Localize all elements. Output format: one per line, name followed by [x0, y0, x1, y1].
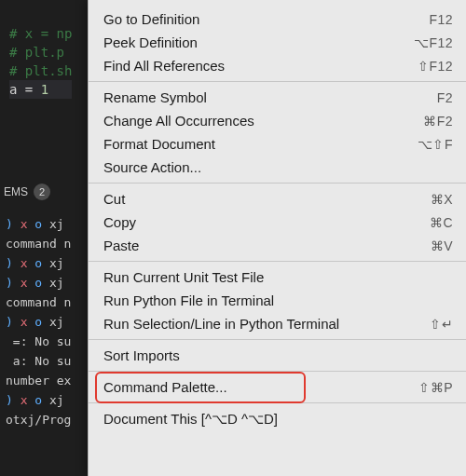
menu-item-label: Run Selection/Line in Python Terminal — [103, 316, 430, 332]
menu-item-command-palette[interactable]: Command Palette... ⇧⌘P — [89, 375, 466, 399]
menu-item-rename-symbol[interactable]: Rename Symbol F2 — [89, 86, 466, 109]
menu-item-label: Change All Occurrences — [103, 113, 423, 129]
menu-item-shortcut: ⌥⇧F — [418, 137, 453, 152]
menu-item-change-all-occurrences[interactable]: Change All Occurrences ⌘F2 — [89, 109, 466, 132]
menu-item-label: Go to Definition — [103, 11, 429, 27]
menu-separator — [89, 339, 466, 340]
code-line: # plt.p — [9, 43, 72, 61]
menu-item-label: Document This [^⌥D ^⌥D] — [103, 411, 453, 428]
menu-item-shortcut: ⌘C — [430, 215, 453, 230]
menu-separator — [89, 371, 466, 372]
menu-item-sort-imports[interactable]: Sort Imports — [89, 344, 466, 367]
menu-item-cut[interactable]: Cut ⌘X — [89, 187, 466, 211]
menu-item-format-document[interactable]: Format Document ⌥⇧F — [89, 132, 466, 156]
menu-item-paste[interactable]: Paste ⌘V — [89, 234, 466, 257]
menu-item-copy[interactable]: Copy ⌘C — [89, 211, 466, 234]
problems-count-badge: 2 — [34, 184, 50, 200]
menu-item-label: Format Document — [103, 136, 418, 152]
menu-item-label: Sort Imports — [103, 347, 453, 363]
context-menu: Go to Definition F12 Peek Definition ⌥F1… — [88, 0, 466, 476]
problems-tab[interactable]: EMS 2 — [0, 183, 50, 201]
menu-item-run-python-file[interactable]: Run Python File in Terminal — [89, 289, 466, 312]
menu-item-shortcut: F12 — [429, 12, 453, 27]
menu-item-shortcut: ⇧⌘P — [418, 380, 453, 395]
menu-item-run-unit-test[interactable]: Run Current Unit Test File — [89, 265, 466, 289]
menu-item-shortcut: F2 — [437, 90, 453, 105]
problems-tab-label: EMS — [4, 183, 28, 201]
menu-item-find-all-references[interactable]: Find All References ⇧F12 — [89, 54, 466, 77]
code-block[interactable]: # x = np # plt.p # plt.sh a = 1 — [9, 24, 72, 99]
menu-item-label: Run Current Unit Test File — [103, 269, 453, 285]
menu-separator — [89, 81, 466, 82]
menu-item-label: Paste — [103, 238, 431, 253]
menu-item-label: Peek Definition — [103, 34, 414, 50]
code-line: # plt.sh — [9, 61, 72, 80]
menu-item-label: Source Action... — [103, 159, 453, 175]
menu-item-label: Command Palette... — [103, 379, 418, 395]
menu-item-label: Run Python File in Terminal — [103, 292, 453, 308]
menu-item-label: Rename Symbol — [103, 89, 437, 105]
menu-item-shortcut: ⌘V — [431, 238, 453, 253]
menu-item-label: Find All References — [103, 58, 418, 74]
menu-item-shortcut: ⇧F12 — [418, 59, 453, 74]
menu-item-shortcut: ⌘X — [431, 192, 453, 207]
menu-item-shortcut: ⌘F2 — [423, 114, 453, 129]
menu-separator — [89, 183, 466, 184]
menu-item-shortcut: ⇧↵ — [430, 317, 453, 332]
menu-item-peek-definition[interactable]: Peek Definition ⌥F12 — [89, 31, 466, 54]
menu-item-shortcut: ⌥F12 — [414, 35, 453, 50]
code-line: # x = np — [9, 24, 72, 43]
menu-separator — [89, 261, 466, 262]
code-line-active: a = 1 — [9, 80, 72, 99]
menu-item-run-selection[interactable]: Run Selection/Line in Python Terminal ⇧↵ — [89, 312, 466, 335]
menu-item-document-this[interactable]: Document This [^⌥D ^⌥D] — [89, 407, 466, 430]
menu-item-source-action[interactable]: Source Action... — [89, 156, 466, 179]
menu-item-go-to-definition[interactable]: Go to Definition F12 — [89, 7, 466, 31]
menu-item-label: Cut — [103, 191, 431, 207]
menu-item-label: Copy — [103, 214, 430, 230]
menu-separator — [89, 402, 466, 403]
